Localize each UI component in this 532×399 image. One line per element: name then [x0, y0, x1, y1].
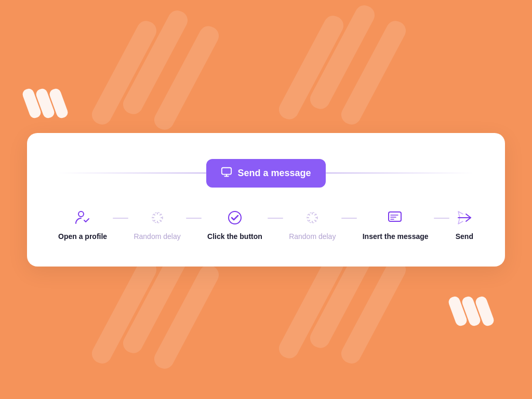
svg-line-19	[309, 214, 310, 215]
header-line-right	[326, 172, 474, 174]
send-message-label: Send a message	[237, 168, 311, 179]
header-line-left	[58, 172, 206, 174]
random-delay-1-icon	[148, 208, 167, 227]
divider-4	[341, 218, 357, 231]
svg-point-13	[229, 211, 241, 224]
quote-decoration-topleft	[26, 88, 64, 118]
svg-line-21	[315, 214, 316, 215]
message-icon	[221, 166, 232, 180]
steps-row: Open a profile Random de	[58, 208, 474, 241]
divider-2	[186, 218, 202, 231]
step-insert-message: Insert the message	[363, 208, 429, 241]
step-open-profile: Open a profile	[58, 208, 107, 241]
svg-line-20	[315, 220, 316, 221]
send-icon	[455, 208, 474, 227]
divider-5	[434, 218, 449, 231]
svg-line-22	[309, 220, 310, 221]
send-label: Send	[456, 232, 473, 241]
step-send: Send	[455, 208, 474, 241]
insert-message-label: Insert the message	[363, 232, 429, 241]
click-button-label: Click the button	[207, 232, 262, 241]
svg-line-11	[160, 214, 161, 215]
svg-line-9	[154, 214, 155, 215]
send-message-button[interactable]: Send a message	[206, 159, 325, 188]
click-button-icon	[225, 208, 244, 227]
main-card: Send a message Open a profile	[27, 133, 505, 267]
insert-message-icon	[386, 208, 405, 227]
random-delay-2-icon	[303, 208, 322, 227]
card-header: Send a message	[58, 159, 474, 188]
divider-1	[113, 218, 128, 231]
open-profile-label: Open a profile	[58, 232, 107, 241]
svg-line-10	[160, 220, 161, 221]
svg-line-12	[154, 220, 155, 221]
svg-rect-23	[389, 212, 401, 221]
step-click-button: Click the button	[207, 208, 262, 241]
random-delay-2-label: Random delay	[289, 232, 336, 241]
divider-3	[268, 218, 283, 231]
random-delay-1-label: Random delay	[134, 232, 180, 241]
svg-point-3	[78, 211, 84, 217]
quote-decoration-bottomright	[452, 296, 490, 326]
step-random-delay-2: Random delay	[289, 208, 336, 241]
step-random-delay-1: Random delay	[134, 208, 180, 241]
svg-rect-0	[222, 167, 231, 174]
open-profile-icon	[73, 208, 92, 227]
